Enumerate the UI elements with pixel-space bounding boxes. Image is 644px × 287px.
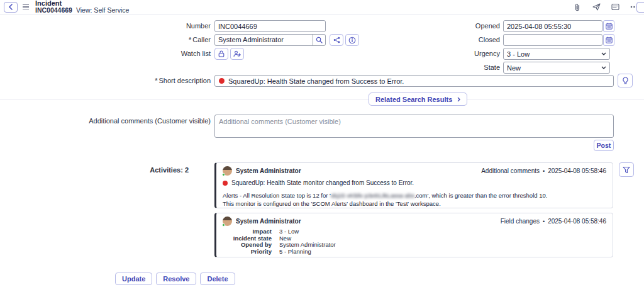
comment-body: Alerts - All Resolution State top is 12 … xyxy=(223,192,606,208)
section-divider xyxy=(0,99,644,99)
watch-list-label: Watch list xyxy=(0,50,211,57)
state-value: New xyxy=(507,64,521,72)
lightbulb-icon xyxy=(622,77,629,85)
chevron-left-icon xyxy=(8,4,13,10)
attachment-paperclip-icon[interactable] xyxy=(572,2,582,12)
activity-entry-field-changes: System Administrator Field changes • 202… xyxy=(214,213,613,257)
opened-calendar-button[interactable] xyxy=(603,20,614,32)
watch-list-add-me-button[interactable] xyxy=(230,48,244,60)
closed-label: Closed xyxy=(327,36,500,43)
title-block: Incident INC0044669View: Self Service xyxy=(35,0,129,14)
closed-calendar-button[interactable] xyxy=(603,34,614,46)
calendar-icon xyxy=(606,23,613,30)
avatar xyxy=(223,217,232,226)
meta-separator: • xyxy=(543,168,545,174)
activity-author: System Administrator xyxy=(236,218,301,225)
comment-headline: SquaredUp: Health State monitor changed … xyxy=(223,179,606,186)
urgency-value: 3 - Low xyxy=(507,50,530,58)
chevron-down-icon xyxy=(601,66,606,69)
activity-header: System Administrator Additional comments… xyxy=(223,166,606,176)
form-header: Incident INC0044669View: Self Service xyxy=(0,0,644,14)
short-description-label: *Short description xyxy=(0,77,211,84)
edge-cropped-button[interactable] xyxy=(636,2,644,13)
knowledge-suggestion-button[interactable] xyxy=(618,74,633,87)
caller-input-group: System Administrator xyxy=(214,34,326,46)
activity-filter-button[interactable] xyxy=(619,162,634,177)
activity-meta: Field changes • 2025-04-08 05:58:46 xyxy=(501,218,606,225)
comment-body-line: This monitor is configured on the 'SCOM … xyxy=(223,200,606,208)
resolve-button[interactable]: Resolve xyxy=(156,273,196,285)
redacted-text: sbj15 vK5tlv p3e91JkLassa abs xyxy=(331,192,414,199)
activity-stream-icon[interactable] xyxy=(610,2,620,12)
short-description-input[interactable]: SquaredUp: Health State changed from Suc… xyxy=(214,75,614,87)
activity-timestamp: 2025-04-08 05:58:46 xyxy=(548,218,606,225)
comments-label: Additional comments (Customer visible) xyxy=(0,117,211,125)
comment-body-line: Alerts - All Resolution State top is 12 … xyxy=(223,192,606,200)
state-select[interactable]: New xyxy=(503,62,610,74)
activity-header: System Administrator Field changes • 202… xyxy=(223,217,606,226)
record-subtitle: INC0044669View: Self Service xyxy=(35,7,129,14)
number-label: Number xyxy=(0,22,211,30)
closed-input[interactable] xyxy=(503,34,602,46)
paper-plane-icon[interactable] xyxy=(591,2,601,12)
funnel-icon xyxy=(623,166,630,174)
reference-lookup-button[interactable] xyxy=(313,35,325,45)
comment-headline-text: SquaredUp: Health State monitor changed … xyxy=(231,179,414,186)
field-change-value: 3 - Low xyxy=(279,228,606,235)
related-search-label: Related Search Results xyxy=(375,96,452,103)
activity-entry-comment: System Administrator Additional comments… xyxy=(214,162,613,208)
view-label: View: Self Service xyxy=(76,6,129,14)
update-button[interactable]: Update xyxy=(115,273,152,285)
urgency-select[interactable]: 3 - Low xyxy=(503,48,610,60)
field-change-value: System Administrator xyxy=(279,242,606,249)
urgency-label: Urgency xyxy=(327,50,500,57)
form-action-bar: Update Resolve Delete xyxy=(115,273,235,285)
delete-button[interactable]: Delete xyxy=(200,273,235,285)
incident-form-page: Incident INC0044669View: Self Service Nu… xyxy=(0,0,644,287)
chevron-right-icon xyxy=(457,97,460,102)
field-change-label: Impact xyxy=(223,228,272,235)
comments-textarea[interactable] xyxy=(214,115,614,138)
caller-label: *Caller xyxy=(0,36,211,43)
opened-input[interactable] xyxy=(503,20,602,32)
field-change-label: Priority xyxy=(223,249,272,256)
presence-dot-icon xyxy=(222,173,225,176)
field-change-value: 5 - Planning xyxy=(279,249,606,256)
avatar xyxy=(223,166,232,176)
presence-dot-icon xyxy=(222,223,225,227)
activity-author: System Administrator xyxy=(236,167,301,174)
chevron-down-icon xyxy=(601,52,606,55)
back-button[interactable] xyxy=(4,2,18,13)
number-input[interactable] xyxy=(214,20,326,32)
activity-type: Additional comments xyxy=(481,167,540,174)
red-circle-icon xyxy=(219,78,225,84)
red-circle-icon xyxy=(223,181,228,186)
short-description-value: SquaredUp: Health State changed from Suc… xyxy=(228,77,404,85)
activities-count-label: Activities: 2 xyxy=(0,166,189,174)
person-plus-icon xyxy=(233,50,241,57)
post-button[interactable]: Post xyxy=(594,140,614,151)
meta-separator: • xyxy=(543,218,545,225)
activity-timestamp: 2025-04-08 05:58:46 xyxy=(548,167,606,174)
lock-icon xyxy=(218,50,225,57)
incident-number: INC0044669 xyxy=(35,6,72,14)
opened-label: Opened xyxy=(327,22,500,30)
activity-type: Field changes xyxy=(501,218,540,225)
state-label: State xyxy=(327,64,500,71)
calendar-icon xyxy=(606,37,613,43)
activity-meta: Additional comments • 2025-04-08 05:58:4… xyxy=(481,167,606,174)
context-menu-icon[interactable] xyxy=(23,4,29,10)
field-changes-list: Impact 3 - Low Incident state New Opened… xyxy=(223,228,606,255)
header-actions xyxy=(572,2,640,12)
caller-input[interactable]: System Administrator xyxy=(215,35,313,45)
watch-list-lock-button[interactable] xyxy=(214,48,228,60)
search-icon xyxy=(316,37,323,43)
related-search-results-button[interactable]: Related Search Results xyxy=(369,93,467,106)
